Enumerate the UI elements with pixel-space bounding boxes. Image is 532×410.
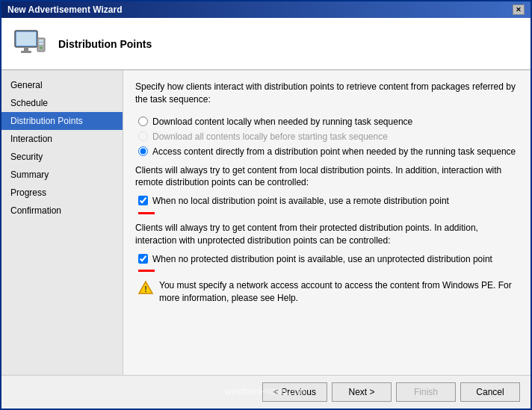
svg-rect-6 (39, 43, 43, 45)
header-panel: Distribution Points (1, 18, 531, 70)
svg-text:!: ! (144, 285, 147, 293)
next-button[interactable]: Next > (332, 382, 392, 402)
cancel-button[interactable]: Cancel (460, 382, 520, 402)
svg-rect-5 (39, 40, 43, 42)
sidebar-item-confirmation[interactable]: Confirmation (1, 202, 123, 220)
radio-opt1-label: Download content locally when needed by … (152, 117, 412, 127)
checkbox-2-input[interactable] (138, 254, 148, 264)
sidebar-item-distribution-points[interactable]: Distribution Points (1, 112, 123, 130)
checkbox-row-1[interactable]: When no local distribution point is avai… (135, 195, 519, 208)
radio-opt2-input[interactable] (138, 131, 148, 141)
content-area: Specify how clients interact with distri… (123, 70, 531, 375)
svg-rect-3 (21, 51, 31, 53)
title-bar: New Advertisement Wizard ✕ (1, 1, 531, 18)
red-underline-1 (138, 212, 155, 214)
title-bar-buttons: ✕ (513, 4, 525, 15)
svg-rect-1 (16, 32, 36, 46)
radio-option-2[interactable]: Download all contents locally before sta… (135, 131, 519, 142)
checkbox-2-label: When no protected distribution point is … (152, 253, 492, 266)
section-desc-2: Clients will always try to get content f… (135, 222, 519, 247)
sidebar: General Schedule Distribution Points Int… (1, 70, 123, 375)
checkbox-row-2[interactable]: When no protected distribution point is … (135, 253, 519, 266)
footer: < Previous Next > Finish Cancel (1, 375, 531, 409)
radio-opt1-input[interactable] (138, 117, 148, 126)
warning-icon: ! (138, 280, 153, 295)
header-title: Distribution Points (58, 38, 152, 50)
sidebar-item-general[interactable]: General (1, 76, 123, 94)
sidebar-item-schedule[interactable]: Schedule (1, 94, 123, 112)
radio-option-3[interactable]: Access content directly from a distribut… (135, 146, 519, 157)
sidebar-item-interaction[interactable]: Interaction (1, 130, 123, 148)
checkbox-1-input[interactable] (138, 196, 148, 205)
sidebar-item-progress[interactable]: Progress (1, 184, 123, 202)
warning-box: ! You must specify a network access acco… (135, 279, 519, 305)
radio-opt2-label: Download all contents locally before sta… (152, 131, 388, 142)
svg-point-7 (40, 46, 43, 49)
checkbox-1-label: When no local distribution point is avai… (152, 195, 449, 208)
radio-opt3-input[interactable] (138, 146, 148, 156)
previous-button[interactable]: < Previous (262, 382, 327, 402)
finish-button[interactable]: Finish (396, 382, 456, 402)
close-button[interactable]: ✕ (513, 4, 525, 15)
title-bar-text: New Advertisement Wizard (7, 4, 123, 15)
dialog-window: New Advertisement Wizard ✕ Di (0, 0, 532, 410)
main-area: General Schedule Distribution Points Int… (1, 70, 531, 375)
red-underline-2 (138, 270, 155, 272)
warning-text: You must specify a network access accoun… (159, 279, 519, 305)
sidebar-item-summary[interactable]: Summary (1, 166, 123, 184)
radio-option-1[interactable]: Download content locally when needed by … (135, 117, 519, 127)
header-icon (12, 26, 48, 62)
section-desc-1: Clients will always try to get content f… (135, 164, 519, 190)
sidebar-item-security[interactable]: Security (1, 148, 123, 166)
content-description: Specify how clients interact with distri… (135, 81, 519, 106)
radio-opt3-label: Access content directly from a distribut… (152, 146, 516, 157)
